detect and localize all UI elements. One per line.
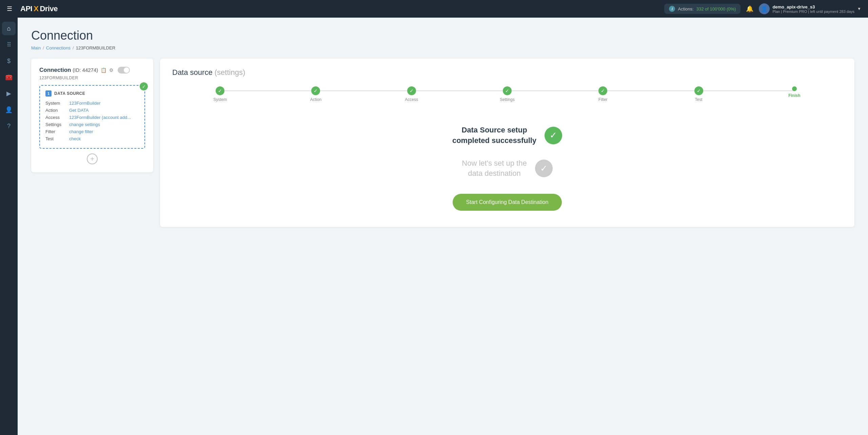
step-circle-finish xyxy=(792,86,797,91)
ds-label: DATA SOURCE xyxy=(54,91,85,96)
header: ☰ APIXDrive i Actions: 332 of 100'000 (0… xyxy=(0,0,868,18)
sidebar-item-connections[interactable]: ⠿ xyxy=(2,38,16,51)
logo-x: X xyxy=(34,4,38,13)
connection-subtitle: 123FORMBUILDER xyxy=(39,76,145,80)
ds-val-system[interactable]: 123FormBuilder xyxy=(69,101,101,106)
ds-val-action[interactable]: Get DATA xyxy=(69,108,88,113)
step-label-finish: Finish xyxy=(788,93,800,98)
ds-key-action: Action xyxy=(45,108,69,113)
ds-key-settings: Settings xyxy=(45,122,69,127)
success-check-green: ✓ xyxy=(545,127,562,144)
step-circle-settings: ✓ xyxy=(503,86,512,95)
success-row-next: Now let's set up thedata destination ✓ xyxy=(462,158,552,179)
breadcrumb-sep2: / xyxy=(73,45,74,50)
step-label-action: Action xyxy=(310,97,321,102)
step-circle-system: ✓ xyxy=(216,86,224,95)
breadcrumb-current: 123FORMBUILDER xyxy=(76,45,115,50)
datasource-check-icon: ✓ xyxy=(140,82,148,90)
next-check-gray: ✓ xyxy=(535,160,553,177)
app-body: ⌂ ⠿ $ 🧰 ▶ 👤 ? Connection Main / Connecti… xyxy=(0,18,868,435)
connection-header: Connection (ID: 44274) 📋 ⚙ xyxy=(39,67,145,74)
ds-row-filter: Filter change filter xyxy=(45,129,139,134)
logo: APIXDrive xyxy=(20,4,58,13)
left-panel: Connection (ID: 44274) 📋 ⚙ 123FORMBUILDE… xyxy=(31,59,153,172)
sidebar: ⌂ ⠿ $ 🧰 ▶ 👤 ? xyxy=(0,18,18,435)
step-circle-access: ✓ xyxy=(407,86,416,95)
step-system: ✓ System xyxy=(172,86,268,102)
avatar: 👤 xyxy=(759,3,770,14)
gear-icon[interactable]: ⚙ xyxy=(109,67,114,73)
ds-val-settings[interactable]: change settings xyxy=(69,122,100,127)
sidebar-item-account[interactable]: 👤 xyxy=(2,103,16,117)
user-info: demo_apix-drive_s3 Plan | Premium PRO | … xyxy=(772,4,854,14)
breadcrumb-connections[interactable]: Connections xyxy=(46,45,71,50)
step-label-system: System xyxy=(213,97,227,102)
success-area: Data Source setupcompleted successfully … xyxy=(172,118,842,218)
sidebar-item-tools[interactable]: 🧰 xyxy=(2,70,16,84)
user-area: 👤 demo_apix-drive_s3 Plan | Premium PRO … xyxy=(759,3,861,14)
ds-key-system: System xyxy=(45,101,69,106)
steps-row: ✓ System ✓ Action ✓ Access ✓ Settings xyxy=(172,86,842,102)
user-plan: Plan | Premium PRO | left until payment … xyxy=(772,9,854,14)
connection-id: (ID: 44274) xyxy=(73,67,98,73)
step-circle-filter: ✓ xyxy=(598,86,607,95)
step-access: ✓ Access xyxy=(364,86,459,102)
ds-row-access: Access 123FormBuilder (account add... xyxy=(45,115,139,120)
step-action: ✓ Action xyxy=(268,86,363,102)
ds-row-settings: Settings change settings xyxy=(45,122,139,127)
sidebar-item-help[interactable]: ? xyxy=(2,119,16,133)
connection-title: Connection (ID: 44274) xyxy=(39,67,98,74)
actions-badge: i Actions: 332 of 100'000 (0%) xyxy=(664,4,741,14)
breadcrumb-sep1: / xyxy=(43,45,44,50)
hamburger-icon[interactable]: ☰ xyxy=(7,5,12,13)
actions-label: Actions: xyxy=(678,6,693,12)
ds-row-action: Action Get DATA xyxy=(45,108,139,113)
datasource-title: Data source (settings) xyxy=(172,68,842,77)
ds-key-access: Access xyxy=(45,115,69,120)
page-title: Connection xyxy=(31,28,854,43)
step-circle-action: ✓ xyxy=(311,86,320,95)
sidebar-item-media[interactable]: ▶ xyxy=(2,87,16,100)
success-row-completed: Data Source setupcompleted successfully … xyxy=(452,125,562,146)
bell-icon[interactable]: 🔔 xyxy=(746,5,753,13)
ds-key-filter: Filter xyxy=(45,129,69,134)
toggle-switch[interactable] xyxy=(118,67,130,74)
datasource-title-settings: (settings) xyxy=(215,68,245,77)
right-panel: Data source (settings) ✓ System ✓ Action… xyxy=(160,59,854,227)
add-datasource-button[interactable]: + xyxy=(87,153,98,164)
step-finish: Finish xyxy=(747,86,842,98)
main-content: Connection Main / Connections / 123FORMB… xyxy=(18,18,868,435)
copy-icon[interactable]: 📋 xyxy=(101,67,106,73)
ds-key-test: Test xyxy=(45,136,69,141)
actions-value: 332 of 100'000 (0%) xyxy=(696,6,736,12)
panels-row: Connection (ID: 44274) 📋 ⚙ 123FORMBUILDE… xyxy=(31,59,854,227)
data-source-card: ✓ 1 DATA SOURCE System 123FormBuilder Ac… xyxy=(39,85,145,149)
logo-drive: Drive xyxy=(40,4,58,13)
step-settings: ✓ Settings xyxy=(459,86,555,102)
ds-row-test: Test check xyxy=(45,136,139,141)
step-test: ✓ Test xyxy=(651,86,746,102)
ds-val-filter[interactable]: change filter xyxy=(69,129,93,134)
sidebar-item-billing[interactable]: $ xyxy=(2,54,16,68)
user-name: demo_apix-drive_s3 xyxy=(772,4,854,9)
chevron-down-icon[interactable]: ▼ xyxy=(857,6,861,11)
step-filter: ✓ Filter xyxy=(555,86,651,102)
step-label-test: Test xyxy=(695,97,703,102)
breadcrumb-main[interactable]: Main xyxy=(31,45,41,50)
info-icon: i xyxy=(669,6,675,12)
step-label-settings: Settings xyxy=(500,97,514,102)
ds-val-access[interactable]: 123FormBuilder (account add... xyxy=(69,115,131,120)
ds-number: 1 xyxy=(45,90,52,97)
datasource-title-text: Data source xyxy=(172,68,213,77)
ds-row-system: System 123FormBuilder xyxy=(45,101,139,106)
ds-val-test[interactable]: check xyxy=(69,136,81,141)
breadcrumb: Main / Connections / 123FORMBUILDER xyxy=(31,45,854,50)
next-title: Now let's set up thedata destination xyxy=(462,158,527,179)
start-configuring-button[interactable]: Start Configuring Data Destination xyxy=(453,194,562,211)
ds-card-header: 1 DATA SOURCE xyxy=(45,90,139,97)
step-circle-test: ✓ xyxy=(694,86,703,95)
logo-api: API xyxy=(20,4,32,13)
step-label-filter: Filter xyxy=(598,97,608,102)
step-label-access: Access xyxy=(405,97,418,102)
sidebar-item-home[interactable]: ⌂ xyxy=(2,22,16,35)
